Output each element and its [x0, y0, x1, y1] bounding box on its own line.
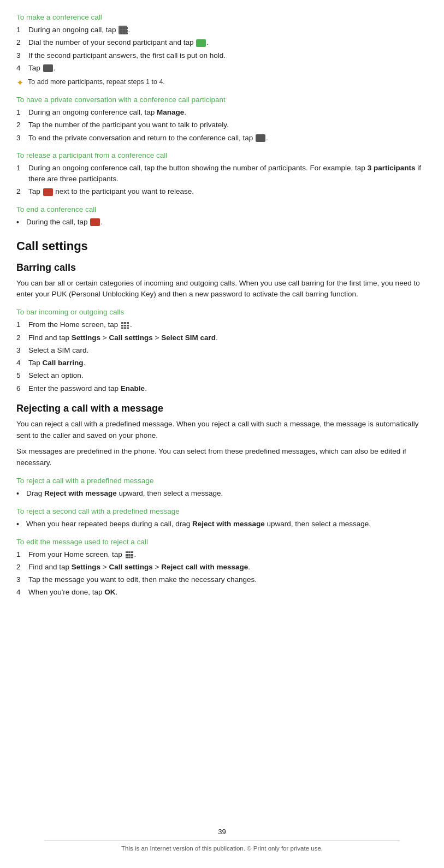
end-call-icon: [90, 218, 100, 226]
svg-rect-19: [128, 551, 131, 553]
private-conversation-steps: 1 During an ongoing conference call, tap…: [16, 107, 428, 144]
rejecting-body1: You can reject a call with a predefined …: [16, 419, 428, 442]
svg-rect-22: [128, 554, 131, 556]
rejecting-message-title: Rejecting a call with a message: [16, 403, 428, 414]
bar-step-3: 3 Select a SIM card.: [16, 345, 428, 356]
edit-step-1: 1 From your Home screen, tap .: [16, 549, 428, 560]
bar-incoming-heading: To bar incoming or outgoing calls: [16, 308, 428, 316]
footer-copyright: This is an Internet version of this publ…: [0, 845, 444, 852]
release-participant-steps: 1 During an ongoing conference call, tap…: [16, 163, 428, 198]
edit-step-2: 2 Find and tap Settings > Call settings …: [16, 562, 428, 573]
end-bullet-1: • During the call, tap .: [16, 217, 428, 228]
step-3-text: If the second participant answers, the f…: [28, 50, 226, 61]
end-conference-bullets: • During the call, tap .: [16, 217, 428, 228]
step-2: 2 Dial the number of your second partici…: [16, 37, 428, 48]
svg-rect-26: [131, 556, 133, 558]
phone-green-icon: [196, 39, 206, 47]
svg-rect-4: [123, 30, 125, 32]
reject-predefined-heading: To reject a call with a predefined messa…: [16, 477, 428, 485]
priv-step-3: 3 To end the private conversation and re…: [16, 133, 428, 144]
rejecting-message-section: Rejecting a call with a message You can …: [16, 403, 428, 598]
svg-rect-20: [131, 551, 133, 553]
bar-incoming-steps: 1 From the Home screen, tap . 2 Find and…: [16, 319, 428, 394]
tip-icon: ✦: [16, 78, 23, 88]
priv-step-2: 2 Tap the number of the participant you …: [16, 120, 428, 130]
priv-step-1: 1 During an ongoing conference call, tap…: [16, 107, 428, 118]
svg-rect-9: [121, 322, 123, 324]
svg-rect-5: [126, 30, 128, 32]
call-settings-title: Call settings: [16, 239, 428, 253]
reject-predefined-bullets: • Drag Reject with message upward, then …: [16, 488, 428, 500]
rel-step-1: 1 During an ongoing conference call, tap…: [16, 163, 428, 185]
rel-step-2: 2 Tap next to the participant you want t…: [16, 186, 428, 197]
private-conversation-section: To have a private conversation with a co…: [16, 96, 428, 144]
svg-rect-0: [120, 27, 122, 29]
barring-calls-title: Barring calls: [16, 262, 428, 274]
step-2-num: 2: [16, 37, 28, 48]
reject-bullet-1: • Drag Reject with message upward, then …: [16, 488, 428, 500]
svg-rect-16: [124, 327, 126, 329]
svg-rect-6: [120, 33, 122, 34]
step-1: 1 During an ongoing call, tap .: [16, 25, 428, 35]
reject-second-bullets: • When you hear repeated beeps during a …: [16, 519, 428, 530]
svg-rect-1: [123, 27, 125, 29]
page-footer: 39 This is an Internet version of this p…: [0, 828, 444, 852]
reject-second-heading: To reject a second call with a predefine…: [16, 507, 428, 515]
step-1-num: 1: [16, 25, 28, 35]
edit-reject-heading: To edit the message used to reject a cal…: [16, 538, 428, 546]
edit-reject-steps: 1 From your Home screen, tap . 2 Find an…: [16, 549, 428, 598]
conference-call-steps: 1 During an ongoing call, tap . 2 Dial t…: [16, 25, 428, 74]
bar-step-4: 4 Tap Call barring.: [16, 358, 428, 368]
footer-divider: [44, 840, 399, 841]
step-3-num: 3: [16, 50, 28, 61]
svg-rect-21: [126, 554, 128, 556]
svg-rect-3: [120, 30, 122, 32]
svg-rect-12: [121, 325, 123, 326]
release-participant-heading: To release a participant from a conferen…: [16, 151, 428, 159]
tip-box: ✦ To add more participants, repeat steps…: [16, 78, 428, 88]
merge-icon-2: [256, 134, 265, 142]
svg-rect-10: [124, 322, 126, 324]
end-conference-section: To end a conference call • During the ca…: [16, 205, 428, 228]
step-3: 3 If the second participant answers, the…: [16, 50, 428, 61]
red-person-icon: [43, 188, 53, 196]
svg-rect-14: [127, 325, 129, 326]
step-4: 4 Tap .: [16, 63, 428, 74]
bar-step-6: 6 Enter the password and tap Enable.: [16, 383, 428, 394]
call-settings-heading: Call settings: [16, 239, 428, 253]
step-4-text: Tap .: [28, 63, 55, 74]
step-4-num: 4: [16, 63, 28, 74]
bar-step-1: 1 From the Home screen, tap .: [16, 319, 428, 330]
svg-rect-17: [127, 327, 129, 329]
private-conversation-heading: To have a private conversation with a co…: [16, 96, 428, 104]
bar-step-2: 2 Find and tap Settings > Call settings …: [16, 332, 428, 343]
svg-rect-8: [126, 33, 128, 34]
svg-rect-2: [126, 27, 128, 29]
tip-text: To add more participants, repeat steps 1…: [28, 78, 165, 86]
barring-calls-section: Barring calls You can bar all or certain…: [16, 262, 428, 394]
edit-step-4: 4 When you're done, tap OK.: [16, 587, 428, 598]
grid-icon: [119, 26, 127, 34]
release-participant-section: To release a participant from a conferen…: [16, 151, 428, 198]
svg-rect-7: [123, 33, 125, 34]
end-conference-heading: To end a conference call: [16, 205, 428, 213]
svg-rect-18: [126, 551, 128, 553]
svg-rect-13: [124, 325, 126, 326]
step-1-text: During an ongoing call, tap .: [28, 25, 130, 35]
svg-rect-24: [126, 556, 128, 558]
page-number: 39: [0, 828, 444, 836]
svg-rect-15: [121, 327, 123, 329]
svg-rect-11: [127, 322, 129, 324]
rejecting-body2: Six messages are predefined in the phone…: [16, 446, 428, 469]
reject-second-bullet-1: • When you hear repeated beeps during a …: [16, 519, 428, 530]
svg-rect-23: [131, 554, 133, 556]
conference-call-heading: To make a conference call: [16, 13, 428, 21]
edit-step-3: 3 Tap the message you want to edit, then…: [16, 574, 428, 585]
step-2-text: Dial the number of your second participa…: [28, 37, 209, 48]
bar-step-5: 5 Select an option.: [16, 370, 428, 381]
barring-calls-body: You can bar all or certain categories of…: [16, 278, 428, 301]
svg-rect-25: [128, 556, 131, 558]
merge-icon: [43, 64, 53, 72]
conference-call-section: To make a conference call 1 During an on…: [16, 13, 428, 88]
